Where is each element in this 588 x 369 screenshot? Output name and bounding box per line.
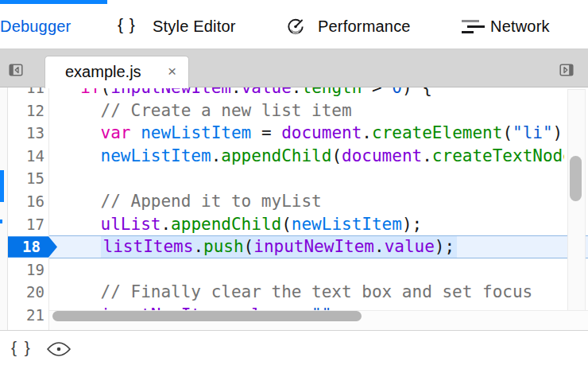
ignore-source-eye-icon[interactable] xyxy=(46,341,72,357)
vertical-scrollbar-thumb[interactable] xyxy=(570,156,582,201)
line-number-gutter-content: 111213141516171819202122 xyxy=(8,87,48,330)
file-tab-label: example.js xyxy=(65,56,141,87)
code-line[interactable]: // Finally clear the text box and set fo… xyxy=(49,281,588,304)
code-pane[interactable]: if(inputNewItem.value.length > 0) { // C… xyxy=(49,87,588,330)
gutter-line-number[interactable]: 21 xyxy=(8,304,48,327)
gutter-line-number[interactable]: 12 xyxy=(8,99,48,122)
gutter-line-number[interactable]: 17 xyxy=(8,213,48,236)
code-line[interactable]: var newListItem = document.createElement… xyxy=(49,122,588,145)
gutter-line-number[interactable]: 20 xyxy=(8,281,48,304)
code-line[interactable] xyxy=(49,167,588,190)
code-pane-content: if(inputNewItem.value.length > 0) { // C… xyxy=(49,87,588,330)
pretty-print-button[interactable]: { } xyxy=(11,338,32,357)
vertical-scrollbar-track[interactable] xyxy=(567,89,586,314)
code-line[interactable]: newListItem.appendChild(document.createT… xyxy=(49,145,588,168)
editor-footer: { } xyxy=(0,330,588,369)
paused-line-marker: 18 xyxy=(2,236,57,258)
gutter-line-number[interactable]: 19 xyxy=(8,258,48,282)
tab-performance[interactable]: Performance xyxy=(318,17,411,36)
line-number-gutter[interactable]: 111213141516171819202122 xyxy=(8,87,49,330)
code-line[interactable]: listItems.push(inputNewItem.value); xyxy=(49,235,588,258)
active-tab-indicator xyxy=(0,0,107,4)
sources-panel-selection-sliver xyxy=(0,170,4,202)
source-tab-strip: example.js × xyxy=(0,49,588,87)
gutter-line-number[interactable]: 15 xyxy=(8,167,48,190)
horizontal-scrollbar-thumb[interactable] xyxy=(52,311,362,321)
expand-right-panel-button[interactable] xyxy=(559,63,574,77)
collapse-sources-panel-button[interactable] xyxy=(9,63,23,77)
style-editor-icon: { } xyxy=(118,15,136,34)
code-editor: 111213141516171819202122 if(inputNewItem… xyxy=(0,87,588,330)
collapsed-sources-panel-edge xyxy=(0,87,8,330)
file-tab-example-js[interactable]: example.js × xyxy=(44,56,189,88)
tab-network[interactable]: Network xyxy=(490,17,550,36)
sources-panel-marker-sliver xyxy=(0,219,2,223)
code-line[interactable]: if(inputNewItem.value.length > 0) { xyxy=(49,87,588,99)
gutter-line-number[interactable]: 13 xyxy=(8,122,48,145)
tab-style-editor[interactable]: Style Editor xyxy=(153,17,236,36)
gutter-line-number[interactable]: 18 xyxy=(8,235,48,258)
devtools-window: Debugger { } Style Editor Performance Ne… xyxy=(0,0,588,369)
code-line[interactable] xyxy=(49,258,588,282)
code-line[interactable]: // Create a new list item xyxy=(49,99,588,122)
devtools-toolbar: Debugger { } Style Editor Performance Ne… xyxy=(0,0,588,49)
performance-icon xyxy=(286,16,307,40)
tab-debugger[interactable]: Debugger xyxy=(0,17,71,36)
gutter-line-number[interactable]: 11 xyxy=(8,87,48,99)
gutter-line-number[interactable]: 16 xyxy=(8,190,48,213)
close-tab-icon[interactable]: × xyxy=(168,56,176,87)
code-line[interactable]: // Append it to myList xyxy=(49,190,588,213)
code-line[interactable]: ulList.appendChild(newListItem); xyxy=(49,213,588,236)
network-icon xyxy=(462,20,484,34)
gutter-line-number[interactable]: 14 xyxy=(8,145,48,168)
